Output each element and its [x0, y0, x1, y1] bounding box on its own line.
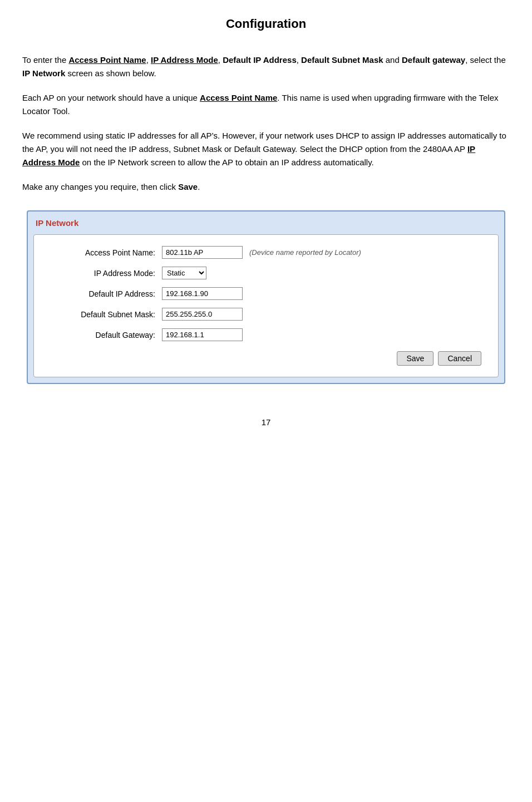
cancel-button[interactable]: Cancel	[438, 351, 481, 366]
p4-end: .	[198, 182, 200, 191]
p1-mid1: ,	[146, 55, 151, 65]
ip-address-mode-select[interactable]: Static DHCP	[162, 267, 206, 279]
p1-bold-apname: Access Point Name	[68, 55, 146, 65]
page-number: 17	[22, 417, 510, 427]
p4-start: Make any changes you require, then click	[22, 182, 178, 191]
default-gateway-input[interactable]	[162, 328, 243, 341]
p1-text-start: To enter the	[22, 55, 68, 65]
p1-bold-ipmode: IP Address Mode	[151, 55, 218, 65]
default-subnet-mask-row: Default Subnet Mask:	[51, 308, 481, 321]
p1-mid2: ,	[218, 55, 223, 65]
p2-start: Each AP on your network should have a un…	[22, 93, 200, 102]
default-subnet-mask-input[interactable]	[162, 308, 243, 321]
access-point-name-input[interactable]	[162, 246, 243, 259]
p1-bold-subnetmask: Default Subnet Mask	[301, 55, 383, 65]
default-gateway-row: Default Gateway:	[51, 328, 481, 341]
ip-address-mode-row: IP Address Mode: Static DHCP	[51, 267, 481, 279]
p1-mid4: and	[383, 55, 402, 65]
page-title: Configuration	[22, 17, 510, 31]
ip-network-panel: IP Network Access Point Name: (Device na…	[27, 210, 505, 384]
default-ip-address-input[interactable]	[162, 287, 243, 300]
p2-bold-apname: Access Point Name	[200, 93, 277, 102]
paragraph-4: Make any changes you require, then click…	[22, 180, 510, 194]
p1-mid5: , select the	[465, 55, 506, 65]
p1-end: screen as shown below.	[65, 68, 156, 78]
p3-text: We recommend using static IP addresses f…	[22, 131, 506, 154]
default-gateway-label: Default Gateway:	[51, 331, 162, 340]
p1-bold-defaultip: Default IP Address	[223, 55, 297, 65]
ip-network-header: IP Network	[33, 217, 499, 229]
button-row: Save Cancel	[51, 351, 481, 366]
p1-bold-ipnetwork: IP Network	[22, 68, 65, 78]
paragraph-2: Each AP on your network should have a un…	[22, 91, 510, 118]
access-point-name-row: Access Point Name: (Device name reported…	[51, 246, 481, 259]
access-point-name-hint: (Device name reported by Locator)	[249, 248, 361, 257]
paragraph-1: To enter the Access Point Name, IP Addre…	[22, 53, 510, 80]
p1-mid3: ,	[297, 55, 301, 65]
access-point-name-label: Access Point Name:	[51, 248, 162, 257]
ip-address-mode-label: IP Address Mode:	[51, 269, 162, 278]
ip-network-inner: Access Point Name: (Device name reported…	[33, 234, 499, 377]
p1-bold-gateway: Default gateway	[402, 55, 465, 65]
p4-bold-save: Save	[178, 182, 198, 191]
p3-end: on the IP Network screen to allow the AP…	[80, 158, 373, 167]
paragraph-3: We recommend using static IP addresses f…	[22, 129, 510, 169]
default-subnet-mask-label: Default Subnet Mask:	[51, 310, 162, 319]
default-ip-address-label: Default IP Address:	[51, 289, 162, 298]
save-button[interactable]: Save	[397, 351, 434, 366]
default-ip-address-row: Default IP Address:	[51, 287, 481, 300]
